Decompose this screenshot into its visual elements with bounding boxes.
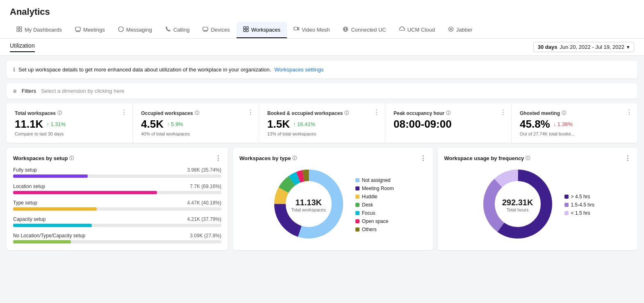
workspaces-tab-icon [243, 26, 249, 33]
tab-calling[interactable]: Calling [159, 22, 196, 38]
legend-dot [355, 186, 360, 191]
tab-video-mesh[interactable]: Video Mesh [287, 22, 336, 38]
kpi-info-icon[interactable]: ⓘ [562, 110, 566, 116]
tab-messaging[interactable]: Messaging [112, 22, 159, 38]
legend-dot [564, 203, 569, 207]
tab-my-dashboards[interactable]: My Dashboards [10, 22, 68, 38]
tab-connected-uc[interactable]: Connected UC [336, 22, 392, 38]
legend-dot [355, 219, 360, 223]
legend-label: > 4.5 hrs [571, 194, 590, 200]
tab-workspaces[interactable]: Workspaces [237, 22, 287, 38]
workspaces-by-type-info-icon[interactable]: ⓘ [292, 155, 297, 161]
bar-track [13, 207, 221, 211]
legend-label: Others [362, 227, 377, 232]
kpi-label: Peak occupancy hour ⓘ [394, 110, 503, 116]
legend-label: < 1.5 hrs [571, 210, 590, 216]
kpi-sub: Out of 27.74K total booke... [520, 131, 629, 136]
kpi-more-icon[interactable]: ⋮ [500, 109, 506, 116]
svg-rect-17 [294, 27, 298, 30]
bar-fill [13, 174, 88, 178]
donut-center-type: 11.13K Total workspaces [291, 197, 326, 212]
date-range-text: Jun 20, 2022 - Jul 19, 2022 [560, 44, 624, 50]
tab-ucm-cloud[interactable]: UCM Cloud [393, 22, 441, 38]
bar-row-value: 3.98K (35.74%) [187, 167, 221, 173]
kpi-sub: Compare to last 30 days [15, 131, 124, 136]
banner-text: Set up workspace details to get more enh… [18, 67, 271, 73]
workspace-usage-by-frequency-more-icon[interactable]: ⋮ [624, 154, 631, 162]
legend-dot [355, 178, 360, 182]
kpi-more-icon[interactable]: ⋮ [373, 109, 380, 116]
meetings-tab-icon [75, 26, 81, 33]
my-dashboards-tab-label: My Dashboards [25, 27, 62, 33]
kpi-info-icon[interactable]: ⓘ [344, 110, 349, 116]
workspaces-by-setup-more-icon[interactable]: ⋮ [215, 154, 221, 162]
svg-rect-3 [20, 30, 22, 32]
svg-rect-1 [20, 27, 22, 29]
workspace-usage-by-frequency-info-icon[interactable]: ⓘ [526, 155, 530, 161]
legend-label: Meeting Room [362, 186, 394, 191]
bar-row: Capacity setup 4.21K (37.79%) [13, 216, 221, 227]
workspaces-settings-link[interactable]: Workspaces settings [274, 67, 323, 73]
legend-label: 1.5-4.5 hrs [571, 202, 594, 208]
chevron-down-icon: ▾ [627, 44, 630, 50]
workspace-usage-by-frequency-card: Workspace usage by frequency ⓘ ⋮ 292.31K… [438, 148, 638, 250]
svg-rect-0 [17, 27, 19, 29]
bar-row: Fully setup 3.98K (35.74%) [13, 167, 221, 178]
kpi-number: 4.5K [141, 118, 164, 131]
kpi-card: Occupied workspaces ⓘ 4.5K↑ 5.9% 40% of … [133, 103, 259, 143]
tab-devices[interactable]: Devices [196, 22, 236, 38]
bar-fill [13, 224, 92, 227]
bar-row-label: No Location/Type/Capacity setup [13, 233, 85, 239]
ucm-cloud-tab-icon [399, 26, 405, 33]
legend-item: Focus [355, 210, 394, 216]
jabber-tab-icon [448, 26, 454, 33]
kpi-value: 08:00-09:00 [394, 118, 503, 131]
info-icon: ℹ [13, 67, 15, 73]
kpi-more-icon[interactable]: ⋮ [247, 109, 254, 116]
bar-fill [13, 191, 157, 194]
legend-dot [355, 203, 360, 207]
donut-center-sub-type: Total workspaces [291, 207, 326, 212]
kpi-label: Occupied workspaces ⓘ [141, 110, 250, 116]
workspaces-by-setup-card: Workspaces by setup ⓘ ⋮ Fully setup 3.98… [7, 148, 228, 250]
legend-dot [564, 211, 569, 215]
bar-row-label: Fully setup [13, 167, 37, 173]
legend-dot [355, 211, 360, 215]
tab-meetings[interactable]: Meetings [68, 22, 112, 38]
kpi-label: Total workspaces ⓘ [15, 110, 124, 116]
kpi-sub: 13% of total workspaces [267, 131, 377, 136]
workspaces-by-setup-info-icon[interactable]: ⓘ [69, 155, 74, 161]
bar-row: Location setup 7.7K (69.16%) [13, 184, 221, 194]
video-mesh-tab-label: Video Mesh [302, 27, 330, 33]
kpi-trend: ↑ 16.41% [293, 121, 315, 127]
bar-row-value: 4.47K (40.18%) [187, 200, 221, 206]
kpi-info-icon[interactable]: ⓘ [57, 110, 62, 116]
filter-icon: ≡ [13, 87, 17, 94]
donut-center-sub-freq: Total hours [502, 207, 533, 212]
kpi-info-icon[interactable]: ⓘ [446, 110, 451, 116]
legend-label: Not assigned [362, 177, 391, 183]
donut-center-value-freq: 292.31K [502, 197, 533, 207]
legend-dot [355, 227, 360, 232]
sub-header-title: Utilization [10, 42, 35, 52]
legend-item: < 1.5 hrs [564, 210, 594, 216]
kpi-number: 1.5K [267, 118, 290, 131]
workspaces-by-type-title: Workspaces by type ⓘ ⋮ [239, 154, 426, 162]
date-range-days: 30 days [538, 44, 558, 50]
kpi-info-icon[interactable]: ⓘ [195, 110, 199, 116]
connected-uc-tab-label: Connected UC [351, 27, 386, 33]
svg-rect-9 [203, 27, 208, 30]
date-range: 30 days Jun 20, 2022 - Jul 19, 2022 ▾ [533, 42, 634, 52]
kpi-more-icon[interactable]: ⋮ [626, 109, 633, 116]
kpi-value: 1.5K↑ 16.41% [267, 118, 377, 131]
bar-track [13, 240, 221, 243]
workspaces-by-type-more-icon[interactable]: ⋮ [420, 154, 426, 162]
kpi-more-icon[interactable]: ⋮ [121, 109, 127, 116]
jabber-tab-label: Jabber [456, 27, 473, 33]
bar-track [13, 174, 221, 178]
kpi-card: Peak occupancy hour ⓘ 08:00-09:00 ⋮ [385, 103, 512, 143]
date-range-picker[interactable]: 30 days Jun 20, 2022 - Jul 19, 2022 ▾ [533, 42, 634, 52]
tab-jabber[interactable]: Jabber [441, 22, 479, 38]
kpi-trend: ↑ 1.31% [46, 121, 66, 127]
filters-placeholder[interactable]: Select a dimension by clicking here [41, 88, 124, 94]
